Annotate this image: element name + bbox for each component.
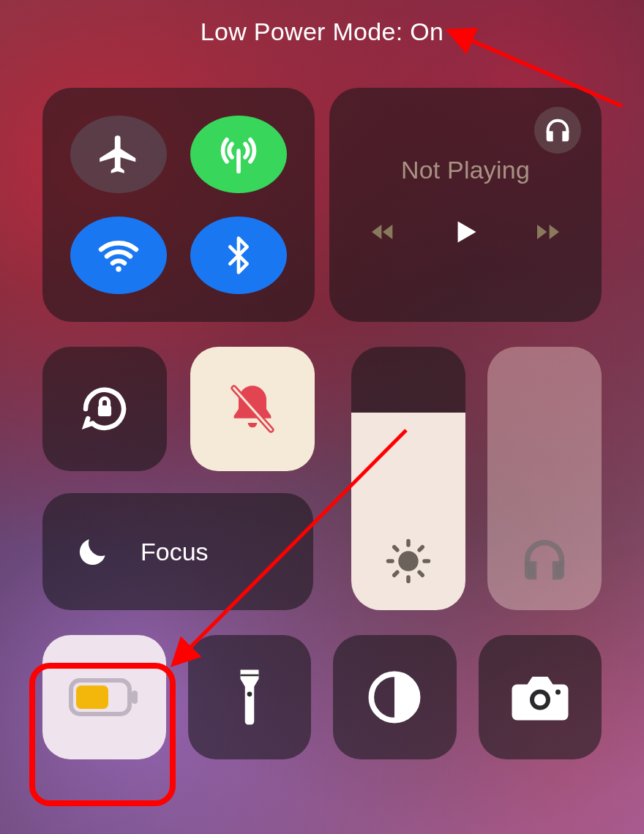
dark-mode-button[interactable]: [333, 635, 457, 759]
status-label: Low Power Mode: On: [0, 18, 644, 46]
bluetooth-button[interactable]: [190, 217, 287, 294]
connectivity-module[interactable]: [42, 88, 315, 322]
volume-slider[interactable]: [487, 347, 602, 610]
media-title: Not Playing: [401, 156, 530, 184]
dark-mode-icon: [367, 669, 422, 725]
focus-button[interactable]: Focus: [42, 493, 313, 610]
svg-rect-5: [76, 685, 108, 709]
bluetooth-icon: [218, 235, 259, 276]
antenna-icon: [216, 132, 261, 177]
wifi-button[interactable]: [70, 217, 167, 294]
media-controls: [365, 214, 566, 250]
svg-rect-4: [132, 691, 138, 704]
silent-mode-button[interactable]: [190, 347, 315, 471]
camera-button[interactable]: [479, 635, 602, 759]
camera-icon: [509, 672, 571, 723]
headphones-icon: [519, 534, 570, 585]
cellular-data-button[interactable]: [190, 116, 287, 193]
battery-low-power-icon: [69, 677, 139, 717]
svg-rect-7: [240, 675, 258, 677]
focus-label: Focus: [141, 538, 209, 566]
headphones-icon: [543, 116, 572, 145]
svg-point-2: [400, 553, 416, 569]
airplane-icon: [96, 132, 141, 177]
airplane-mode-button[interactable]: [70, 116, 167, 193]
wifi-icon: [95, 232, 142, 279]
low-power-mode-button[interactable]: [42, 635, 166, 759]
rewind-icon[interactable]: [365, 217, 400, 247]
flashlight-button[interactable]: [188, 635, 312, 759]
control-center: Not Playing: [42, 88, 602, 759]
airplay-button[interactable]: [534, 107, 581, 154]
svg-point-6: [247, 692, 252, 697]
svg-point-0: [116, 266, 121, 271]
sun-icon: [384, 537, 433, 585]
orientation-lock-button[interactable]: [42, 347, 167, 471]
moon-icon: [75, 533, 111, 570]
bell-slash-icon: [225, 381, 280, 437]
forward-icon[interactable]: [531, 217, 566, 247]
media-module[interactable]: Not Playing: [329, 88, 602, 322]
orientation-lock-icon: [76, 380, 133, 437]
play-icon[interactable]: [447, 214, 484, 250]
flashlight-icon: [231, 666, 268, 729]
svg-point-11: [555, 690, 561, 695]
brightness-slider[interactable]: [351, 347, 465, 610]
svg-point-10: [534, 694, 546, 705]
